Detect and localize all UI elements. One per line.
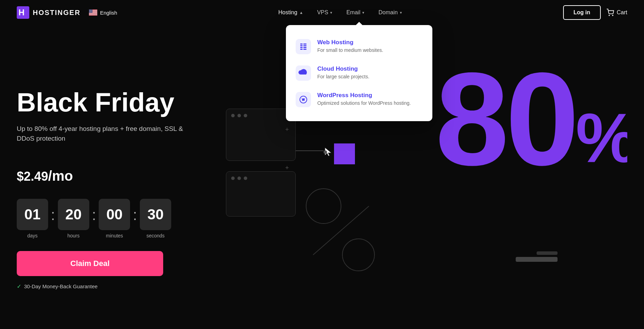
countdown-hours: 20 hours — [58, 199, 89, 238]
deco-plus-2: + — [285, 164, 289, 172]
price-value: $2.49 — [17, 169, 48, 183]
deco-plus-1: + — [285, 126, 289, 133]
nav-hosting-label: Hosting — [278, 9, 297, 16]
cloud-hosting-content: Cloud Hosting For large scale projects. — [317, 65, 369, 79]
deco-dot-2 — [237, 114, 241, 117]
deco-card-2 — [226, 171, 296, 217]
login-button[interactable]: Log in — [563, 5, 601, 20]
countdown-days: 01 days — [17, 199, 48, 238]
countdown-days-label: days — [27, 233, 38, 238]
dropdown-item-wordpress-hosting[interactable]: W WordPress Hosting Optimized solutions … — [286, 86, 432, 113]
svg-rect-37 — [303, 45, 306, 46]
nav-vps[interactable]: VPS ▾ — [311, 7, 338, 18]
dropdown-item-cloud-hosting[interactable]: Cloud Hosting For large scale projects. — [286, 60, 432, 86]
cloud-icon — [298, 69, 308, 77]
deco-dot-3 — [244, 114, 247, 117]
hero-price: $2.49/mo — [17, 158, 205, 186]
cloud-hosting-title: Cloud Hosting — [317, 65, 369, 72]
hostinger-logo-icon: H — [17, 6, 29, 19]
svg-point-43 — [306, 189, 341, 224]
language-selector[interactable]: English — [89, 9, 117, 16]
deco-line-1 — [296, 150, 324, 151]
countdown-minutes-value: 00 — [99, 199, 130, 230]
svg-point-26 — [89, 12, 90, 12]
wordpress-icon: W — [299, 95, 308, 104]
check-icon: ✓ — [17, 283, 21, 290]
header-right: Log in Cart — [563, 5, 627, 20]
hosting-dropdown: Web Hosting For small to medium websites… — [286, 25, 432, 121]
svg-rect-8 — [89, 15, 97, 15]
svg-point-13 — [91, 10, 92, 10]
wordpress-hosting-content: WordPress Hosting Optimized solutions fo… — [317, 92, 411, 106]
web-hosting-content: Web Hosting For small to medium websites… — [317, 39, 383, 53]
big-percent: 80% — [435, 53, 627, 185]
svg-point-23 — [90, 11, 91, 12]
logo[interactable]: H HOSTINGER — [17, 6, 81, 19]
web-hosting-icon-wrap — [296, 39, 311, 54]
chevron-down-icon: ▾ — [330, 10, 332, 15]
deco-percentage-area — [303, 185, 379, 277]
price-suffix: /mo — [48, 168, 73, 183]
countdown-minutes: 00 minutes — [99, 199, 130, 238]
svg-rect-34 — [300, 47, 303, 48]
svg-rect-6 — [89, 13, 97, 13]
chevron-down-icon-2: ▾ — [362, 10, 364, 15]
colon-3: : — [133, 207, 137, 230]
deco-card-1 — [226, 109, 296, 161]
hero-title: Black Friday — [17, 88, 205, 117]
big-number: 80 — [435, 46, 576, 193]
chevron-down-icon-3: ▾ — [400, 10, 402, 15]
countdown-hours-value: 20 — [58, 199, 89, 230]
svg-rect-39 — [303, 49, 306, 50]
svg-point-24 — [91, 11, 91, 12]
nav-domain-label: Domain — [378, 9, 397, 16]
chevron-up-icon: ▲ — [300, 10, 303, 15]
web-hosting-title: Web Hosting — [317, 39, 383, 46]
cart-label: Cart — [617, 9, 627, 16]
colon-1: : — [51, 207, 55, 230]
countdown-days-value: 01 — [17, 199, 48, 230]
svg-line-44 — [313, 206, 369, 255]
svg-point-29 — [91, 12, 92, 12]
svg-point-11 — [90, 10, 90, 10]
svg-rect-35 — [300, 49, 303, 50]
guarantee-label: 30-Day Money-Back Guarantee — [24, 283, 98, 289]
nav-email[interactable]: Email ▾ — [341, 7, 370, 18]
svg-point-15 — [90, 10, 91, 10]
hero-subtitle: Up to 80% off 4-year hosting plans + fre… — [17, 124, 184, 144]
svg-point-45 — [342, 239, 374, 271]
svg-rect-7 — [89, 14, 97, 14]
percent-sign: % — [576, 99, 627, 177]
svg-point-28 — [91, 12, 91, 12]
svg-point-16 — [91, 10, 91, 10]
cart-button[interactable]: Cart — [606, 9, 627, 16]
svg-text:H: H — [18, 8, 24, 17]
deco-dots-1 — [226, 109, 252, 122]
deco-dot-5 — [237, 177, 241, 180]
flag-icon — [89, 9, 97, 16]
svg-rect-36 — [303, 44, 306, 45]
svg-point-27 — [90, 12, 90, 12]
countdown-seconds-value: 30 — [140, 199, 171, 230]
nav-hosting[interactable]: Hosting ▲ — [273, 7, 309, 18]
cart-icon — [606, 9, 614, 16]
svg-rect-32 — [300, 44, 303, 45]
header: H HOSTINGER — [0, 0, 644, 25]
countdown-seconds: 30 seconds — [140, 199, 171, 238]
svg-point-25 — [92, 11, 92, 12]
deco-square-1 — [334, 143, 355, 164]
svg-point-12 — [91, 10, 91, 10]
hero-left: Black Friday Up to 80% off 4-year hostin… — [17, 88, 205, 290]
svg-point-17 — [92, 10, 92, 10]
svg-point-10 — [89, 10, 90, 10]
svg-point-30 — [609, 15, 609, 16]
countdown-hours-label: hours — [67, 233, 79, 238]
svg-point-14 — [90, 10, 90, 10]
nav-domain[interactable]: Domain ▾ — [373, 7, 407, 18]
deco-bar-1 — [516, 257, 558, 262]
claim-deal-button[interactable]: Claim Deal — [17, 251, 163, 276]
wordpress-hosting-desc: Optimized solutions for WordPress hostin… — [317, 100, 411, 106]
dropdown-item-web-hosting[interactable]: Web Hosting For small to medium websites… — [286, 33, 432, 60]
deco-dot-6 — [244, 177, 247, 180]
colon-2: : — [92, 207, 96, 230]
